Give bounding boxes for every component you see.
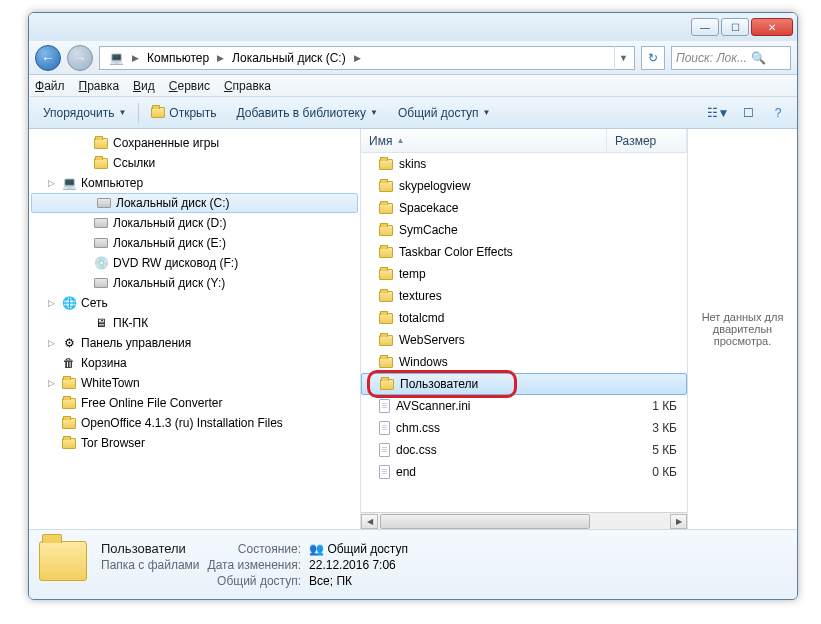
file-name: AVScanner.ini [396,399,621,413]
expand-icon[interactable]: ▷ [45,378,57,388]
tree-item[interactable]: Tor Browser [29,433,360,453]
menu-tools[interactable]: Сервис [169,79,210,93]
tree-item[interactable]: Локальный диск (C:) [31,193,358,213]
view-mode-button[interactable]: ☷ ▼ [705,102,731,124]
file-row[interactable]: SymCache [361,219,687,241]
file-row[interactable]: WebServers [361,329,687,351]
titlebar: — ☐ ✕ [29,13,797,41]
share-button[interactable]: Общий доступ ▼ [390,103,499,123]
file-row[interactable]: Пользователи [361,373,687,395]
tree-item[interactable]: Ссылки [29,153,360,173]
tree-item[interactable]: OpenOffice 4.1.3 (ru) Installation Files [29,413,360,433]
file-icon [379,399,390,413]
main-area: Сохраненные игрыСсылки▷💻КомпьютерЛокальн… [29,129,797,529]
refresh-button[interactable]: ↻ [641,46,665,70]
file-name: Windows [399,355,621,369]
preview-pane-button[interactable]: ☐ [735,102,761,124]
file-row[interactable]: skypelogview [361,175,687,197]
close-button[interactable]: ✕ [751,18,793,36]
tree-item[interactable]: ▷WhiteTown [29,373,360,393]
file-row[interactable]: skins [361,153,687,175]
file-row[interactable]: textures [361,285,687,307]
forward-button[interactable]: → [67,45,93,71]
tree-item[interactable]: Локальный диск (Y:) [29,273,360,293]
scroll-thumb[interactable] [380,514,590,529]
preview-pane: Нет данных для дварительн просмотра. [687,129,797,529]
chevron-right-icon: ▶ [132,53,139,63]
file-row[interactable]: Spacekace [361,197,687,219]
navigation-tree[interactable]: Сохраненные игрыСсылки▷💻КомпьютерЛокальн… [29,129,361,529]
tree-item[interactable]: ▷⚙Панель управления [29,333,360,353]
tree-item-label: Локальный диск (E:) [113,236,226,250]
add-to-library-button[interactable]: Добавить в библиотеку ▼ [228,103,385,123]
menu-edit[interactable]: Правка [79,79,120,93]
computer-icon: 💻 [61,175,77,191]
file-name: doc.css [396,443,621,457]
details-modified-value: 22.12.2016 7:06 [309,558,408,572]
file-row[interactable]: chm.css3 КБ [361,417,687,439]
folder-icon [379,335,393,346]
folder-icon [93,135,109,151]
file-row[interactable]: totalcmd [361,307,687,329]
file-size: 1 КБ [627,399,687,413]
file-size: 3 КБ [627,421,687,435]
file-name: WebServers [399,333,621,347]
back-button[interactable]: ← [35,45,61,71]
menu-view[interactable]: Вид [133,79,155,93]
menu-help[interactable]: Справка [224,79,271,93]
details-share-value: Все; ПК [309,574,408,588]
disc-icon: 💿 [93,255,109,271]
file-name: end [396,465,621,479]
tree-item[interactable]: 💿DVD RW дисковод (F:) [29,253,360,273]
folder-icon [61,395,77,411]
folder-icon [61,435,77,451]
breadcrumb[interactable]: 💻 ▶ Компьютер ▶ Локальный диск (C:) ▶ ▼ [99,46,635,70]
folder-icon [379,203,393,214]
tree-item[interactable]: Free Online File Converter [29,393,360,413]
expand-icon[interactable]: ▷ [45,298,57,308]
file-name: SymCache [399,223,621,237]
search-placeholder: Поиск: Лок... [676,51,747,65]
tree-item[interactable]: 🗑Корзина [29,353,360,373]
folder-large-icon [39,541,87,589]
expand-icon[interactable]: ▷ [45,178,57,188]
tree-item-label: ПК-ПК [113,316,148,330]
tree-item[interactable]: ▷🌐Сеть [29,293,360,313]
file-row[interactable]: doc.css5 КБ [361,439,687,461]
file-name: Spacekace [399,201,621,215]
expand-icon[interactable]: ▷ [45,338,57,348]
tree-item[interactable]: Локальный диск (E:) [29,233,360,253]
file-row[interactable]: Windows [361,351,687,373]
tree-item[interactable]: 🖥ПК-ПК [29,313,360,333]
tree-item-label: Корзина [81,356,127,370]
tree-item[interactable]: Сохраненные игры [29,133,360,153]
tree-item[interactable]: ▷💻Компьютер [29,173,360,193]
file-icon [379,421,390,435]
tree-item-label: Free Online File Converter [81,396,222,410]
file-name: textures [399,289,621,303]
help-button[interactable]: ? [765,102,791,124]
file-row[interactable]: end0 КБ [361,461,687,483]
breadcrumb-drive[interactable]: Локальный диск (C:) [226,47,352,69]
menu-file[interactable]: Файл [35,79,65,93]
breadcrumb-dropdown[interactable]: ▼ [614,46,632,70]
cpanel-icon: ⚙ [61,335,77,351]
file-row[interactable]: Taskbar Color Effects [361,241,687,263]
search-input[interactable]: Поиск: Лок... 🔍 [671,46,791,70]
organize-button[interactable]: Упорядочить ▼ [35,103,134,123]
open-button[interactable]: Открыть [143,103,224,123]
column-header: Имя ▲ Размер [361,129,687,153]
file-list[interactable]: skinsskypelogviewSpacekaceSymCacheTaskba… [361,153,687,512]
scroll-left-button[interactable]: ◀ [361,514,378,529]
file-row[interactable]: AVScanner.ini1 КБ [361,395,687,417]
breadcrumb-computer[interactable]: Компьютер [141,47,215,69]
horizontal-scrollbar[interactable]: ◀ ▶ [361,512,687,529]
maximize-button[interactable]: ☐ [721,18,749,36]
tree-item[interactable]: Локальный диск (D:) [29,213,360,233]
folder-icon [61,415,77,431]
column-size[interactable]: Размер [607,129,687,152]
minimize-button[interactable]: — [691,18,719,36]
file-row[interactable]: temp [361,263,687,285]
column-name[interactable]: Имя ▲ [361,129,607,152]
scroll-right-button[interactable]: ▶ [670,514,687,529]
